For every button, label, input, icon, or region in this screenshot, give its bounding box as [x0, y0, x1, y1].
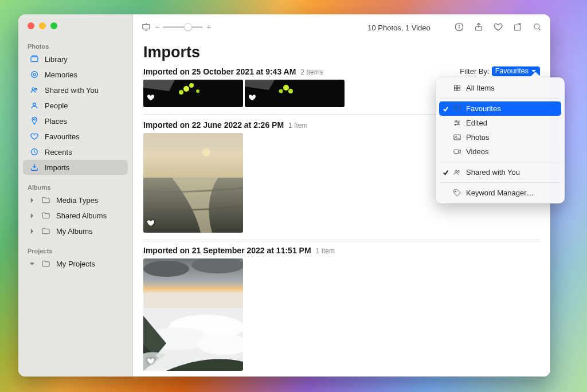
svg-point-55: [455, 191, 456, 192]
sidebar: Photos Library Memories Shared with You …: [18, 14, 133, 377]
share-button[interactable]: [473, 22, 484, 32]
svg-point-6: [33, 103, 36, 106]
zoom-in-icon: +: [206, 22, 211, 32]
favourite-button[interactable]: [493, 22, 503, 32]
sidebar-item-favourites[interactable]: Favourites: [23, 129, 128, 144]
rotate-button[interactable]: [512, 22, 523, 32]
folder-icon: [41, 259, 50, 268]
library-icon: [30, 54, 39, 64]
photo-thumbnail[interactable]: [143, 133, 243, 233]
thumbnail-image: [143, 80, 243, 107]
clock-icon: [30, 147, 39, 156]
sidebar-item-people[interactable]: People: [23, 98, 128, 113]
import-group-header[interactable]: Imported on 21 September 2022 at 11:51 P…: [143, 246, 540, 255]
checkmark-icon: [443, 105, 449, 112]
photos-app-window: Photos Library Memories Shared with You …: [18, 14, 550, 377]
sidebar-item-label: Places: [45, 117, 67, 126]
sidebar-item-my-projects[interactable]: My Projects: [23, 256, 128, 271]
svg-rect-42: [455, 88, 457, 91]
fullscreen-window-button[interactable]: [50, 22, 57, 29]
svg-point-14: [459, 25, 459, 26]
import-group-date: Imported on 25 October 2021 at 9:43 AM: [143, 67, 296, 76]
menu-item-keyword-manager[interactable]: Keyword Manager…: [439, 186, 561, 200]
chevron-right-icon: [28, 228, 37, 234]
svg-point-3: [33, 73, 36, 76]
sidebar-item-recents[interactable]: Recents: [23, 144, 128, 159]
svg-point-7: [34, 119, 36, 120]
menu-separator: [440, 162, 560, 162]
thumbnail-image: [143, 133, 243, 233]
zoom-track[interactable]: [163, 26, 203, 28]
svg-line-18: [539, 29, 541, 30]
toolbar: − +: [133, 14, 550, 40]
photo-thumbnail[interactable]: [143, 80, 243, 107]
chevron-right-icon: [28, 213, 37, 219]
sidebar-item-shared-albums[interactable]: Shared Albums: [23, 208, 128, 223]
aspect-display-icon[interactable]: [141, 22, 151, 32]
favourite-badge-icon: [147, 357, 155, 367]
favourite-badge-icon: [248, 93, 256, 104]
import-group-header[interactable]: Imported on 25 October 2021 at 9:43 AM 2…: [143, 67, 323, 76]
svg-point-17: [534, 24, 539, 29]
sidebar-item-label: People: [45, 101, 68, 110]
svg-point-53: [455, 170, 457, 173]
sidebar-item-memories[interactable]: Memories: [23, 67, 128, 82]
menu-item-edited[interactable]: Edited: [439, 116, 561, 130]
sidebar-item-shared-with-you[interactable]: Shared with You: [23, 83, 128, 97]
photo-thumbnail[interactable]: [143, 258, 243, 371]
import-group-count: 1 Item: [316, 247, 335, 255]
menu-separator: [440, 182, 560, 183]
menu-separator: [440, 98, 560, 99]
sidebar-item-media-types[interactable]: Media Types: [23, 193, 128, 207]
import-group-count: 1 Item: [288, 121, 307, 130]
search-button[interactable]: [532, 22, 542, 32]
sidebar-item-my-albums[interactable]: My Albums: [23, 224, 128, 238]
svg-point-22: [189, 83, 194, 88]
zoom-thumb[interactable]: [184, 23, 192, 31]
svg-rect-0: [31, 57, 38, 62]
svg-rect-41: [457, 85, 460, 88]
menu-item-label: All Items: [466, 84, 495, 92]
zoom-slider[interactable]: − +: [155, 22, 211, 32]
photo-thumbnail[interactable]: [245, 80, 345, 107]
pin-icon: [30, 116, 39, 126]
minimize-window-button[interactable]: [39, 22, 46, 29]
info-button[interactable]: [454, 22, 464, 32]
menu-item-favourites[interactable]: Favourites: [439, 101, 561, 116]
menu-item-all-items[interactable]: All Items: [439, 81, 561, 95]
filter-by-control[interactable]: Filter By: Favourites: [460, 66, 540, 76]
memories-icon: [30, 70, 39, 79]
zoom-out-icon: −: [155, 22, 159, 32]
sidebar-item-imports[interactable]: Imports: [23, 160, 128, 175]
person-icon: [30, 101, 39, 110]
menu-item-photos[interactable]: Photos: [439, 130, 561, 144]
sidebar-item-label: Shared Albums: [56, 211, 107, 220]
svg-rect-52: [454, 150, 459, 153]
svg-point-4: [32, 88, 34, 90]
close-window-button[interactable]: [28, 22, 34, 29]
menu-item-shared-with-you[interactable]: Shared with You: [439, 165, 561, 179]
svg-point-31: [202, 148, 210, 156]
folder-icon: [41, 211, 50, 220]
svg-rect-43: [457, 88, 460, 91]
separator: [143, 240, 540, 240]
svg-point-49: [455, 124, 456, 126]
people-icon: [453, 168, 461, 177]
svg-point-5: [35, 88, 37, 90]
sidebar-item-label: Recents: [45, 148, 72, 156]
sidebar-item-label: Favourites: [45, 132, 80, 141]
menu-item-label: Photos: [466, 133, 489, 142]
chevron-right-icon: [28, 197, 37, 203]
menu-item-videos[interactable]: Videos: [439, 144, 561, 159]
import-group-date: Imported on 21 September 2022 at 11:51 P…: [143, 246, 311, 255]
sidebar-section-header: Photos: [18, 40, 132, 51]
sidebar-item-label: Shared with You: [45, 86, 99, 95]
menu-item-label: Edited: [466, 119, 487, 127]
menu-item-label: Shared with You: [466, 168, 520, 177]
sidebar-item-label: Imports: [45, 163, 69, 172]
sidebar-item-places[interactable]: Places: [23, 113, 128, 128]
filter-by-value: Favourites: [495, 67, 529, 75]
sidebar-item-library[interactable]: Library: [23, 52, 128, 66]
sidebar-item-label: My Projects: [56, 260, 95, 268]
svg-point-28: [288, 89, 293, 93]
